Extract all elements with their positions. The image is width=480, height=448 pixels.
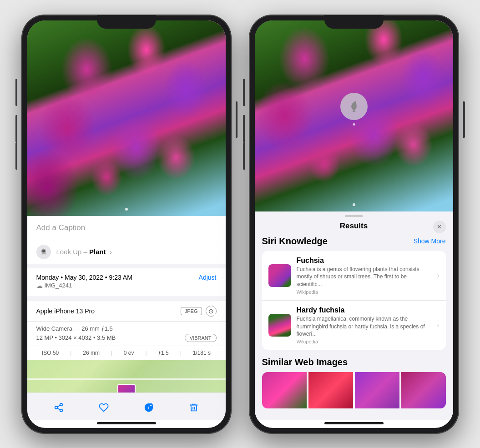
info-button[interactable]: i ✦ <box>140 398 158 417</box>
lookup-row[interactable]: Look Up – Plant › <box>27 240 226 264</box>
right-photo-dot <box>353 203 355 206</box>
siri-knowledge-header: Siri Knowledge Show More <box>262 236 446 247</box>
exif-row: ISO 50 | 26 mm | 0 ev | ƒ1.5 | 1/181 s <box>27 346 226 360</box>
svg-point-0 <box>42 250 45 252</box>
bottom-toolbar: i ✦ <box>27 393 226 420</box>
fuchsia-chevron-icon: › <box>437 272 439 280</box>
camera-row: Wide Camera — 26 mm ƒ1.5 12 MP • 3024 × … <box>27 322 226 346</box>
camera-specs: 12 MP • 3024 × 4032 • 3.5 MB <box>36 334 116 341</box>
lookup-icon <box>36 245 51 259</box>
hardy-fuchsia-chevron-icon: › <box>437 321 439 329</box>
svg-text:✦: ✦ <box>150 404 152 407</box>
camera-lens: Wide Camera — 26 mm ƒ1.5 <box>36 325 217 332</box>
meta-filename: ☁ IMG_4241 <box>36 282 132 289</box>
exif-shutter: 1/181 s <box>193 350 211 356</box>
hardy-fuchsia-description: Fuchsia magellanica, commonly known as t… <box>297 315 432 338</box>
photo-area-left[interactable] <box>27 20 226 216</box>
fuchsia-text: Fuchsia Fuchsia is a genus of flowering … <box>297 257 432 295</box>
siri-dot <box>353 123 355 126</box>
left-phone-inner: Add a Caption Look Up – Plant › <box>27 20 226 428</box>
map-road <box>27 378 226 380</box>
map-section[interactable] <box>27 360 226 393</box>
exif-iso: ISO 50 <box>42 350 59 356</box>
results-content[interactable]: Siri Knowledge Show More Fuchsia Fuchsia… <box>255 234 453 420</box>
caption-area[interactable]: Add a Caption <box>27 216 226 240</box>
results-panel: Results ✕ Siri Knowledge Show More <box>255 211 453 420</box>
settings-badge[interactable]: ⊙ <box>206 306 217 317</box>
style-badge: VIBRANT <box>185 334 217 342</box>
results-close-button[interactable]: ✕ <box>433 221 446 233</box>
fuchsia-name: Fuchsia <box>297 257 432 265</box>
exif-focal: 26 mm <box>83 350 100 356</box>
info-area: Add a Caption Look Up – Plant › <box>27 216 226 393</box>
adjust-button[interactable]: Adjust <box>199 274 217 281</box>
right-phone-inner: Results ✕ Siri Knowledge Show More <box>255 20 453 428</box>
results-header: Results ✕ <box>255 217 453 234</box>
right-phone-frame: Results ✕ Siri Knowledge Show More <box>249 15 459 433</box>
similar-image-2[interactable] <box>308 372 353 408</box>
device-row: Apple iPhone 13 Pro JPEG ⊙ <box>27 301 226 322</box>
home-bar <box>97 422 156 424</box>
lookup-label: Look Up – Plant › <box>56 248 112 256</box>
device-badges: JPEG ⊙ <box>181 306 217 317</box>
similar-images-grid[interactable] <box>262 372 446 408</box>
home-bar-right <box>324 422 384 424</box>
left-phone-frame: Add a Caption Look Up – Plant › <box>22 15 231 433</box>
show-more-button[interactable]: Show More <box>414 237 446 245</box>
hardy-fuchsia-thumbnail <box>268 314 291 337</box>
notch <box>97 15 156 29</box>
similar-image-4[interactable] <box>401 372 446 408</box>
hardy-fuchsia-name: Hardy fuchsia <box>297 306 432 314</box>
like-button[interactable] <box>95 398 113 417</box>
similar-image-3[interactable] <box>355 372 399 408</box>
similar-section: Similar Web Images <box>262 357 446 408</box>
notch-right <box>324 15 384 29</box>
flower-background <box>27 20 226 216</box>
photo-dot <box>125 208 128 211</box>
meta-date: Monday • May 30, 2022 • 9:23 AM <box>36 274 132 281</box>
meta-section: Monday • May 30, 2022 • 9:23 AM ☁ IMG_42… <box>27 268 226 297</box>
map-thumbnail <box>117 384 136 393</box>
share-button[interactable] <box>50 398 68 417</box>
exif-ev: 0 ev <box>124 350 134 356</box>
similar-image-1[interactable] <box>262 372 307 408</box>
fuchsia-description: Fuchsia is a genus of flowering plants t… <box>297 266 432 288</box>
hardy-fuchsia-source: Wikipedia <box>297 339 432 344</box>
device-name: Apple iPhone 13 Pro <box>36 307 95 315</box>
exif-aperture: ƒ1.5 <box>158 350 168 356</box>
fuchsia-thumbnail <box>268 264 291 287</box>
delete-button[interactable] <box>185 398 203 417</box>
siri-orb <box>340 93 368 120</box>
fuchsia-source: Wikipedia <box>297 289 432 295</box>
hardy-fuchsia-text: Hardy fuchsia Fuchsia magellanica, commo… <box>297 306 432 344</box>
knowledge-card: Fuchsia Fuchsia is a genus of flowering … <box>262 251 446 350</box>
photo-area-right[interactable] <box>255 20 453 211</box>
device-section: Apple iPhone 13 Pro JPEG ⊙ Wide Camera —… <box>27 301 226 360</box>
similar-title: Similar Web Images <box>262 357 446 367</box>
results-title: Results <box>340 221 368 231</box>
siri-knowledge-title: Siri Knowledge <box>262 236 328 247</box>
knowledge-item-hardy-fuchsia[interactable]: Hardy fuchsia Fuchsia magellanica, commo… <box>262 301 446 350</box>
caption-placeholder[interactable]: Add a Caption <box>36 223 86 232</box>
knowledge-item-fuchsia[interactable]: Fuchsia Fuchsia is a genus of flowering … <box>262 251 446 301</box>
format-badge: JPEG <box>181 307 202 315</box>
